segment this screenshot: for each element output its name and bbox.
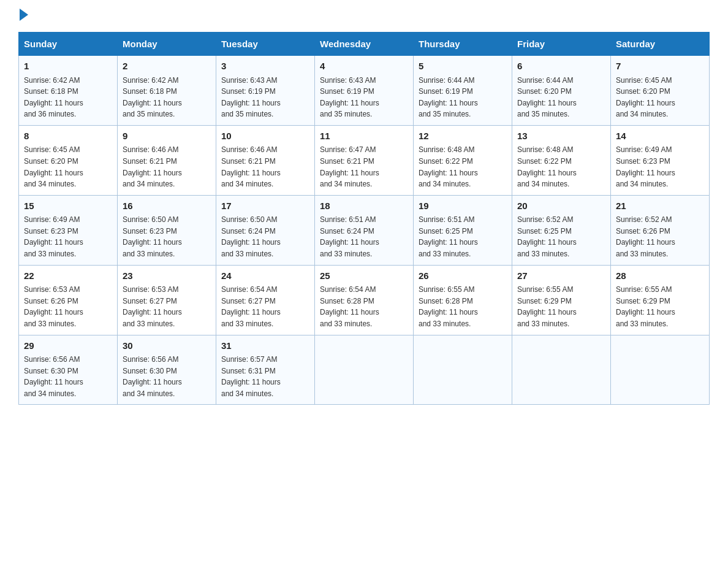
day-info: Sunrise: 6:49 AMSunset: 6:23 PMDaylight:… [616, 144, 704, 190]
calendar-cell: 16Sunrise: 6:50 AMSunset: 6:23 PMDayligh… [118, 195, 216, 265]
day-number: 14 [616, 129, 704, 144]
calendar-cell: 23Sunrise: 6:53 AMSunset: 6:27 PMDayligh… [118, 265, 216, 335]
day-info: Sunrise: 6:43 AMSunset: 6:19 PMDaylight:… [320, 75, 408, 120]
day-number: 13 [517, 129, 605, 144]
calendar-table: SundayMondayTuesdayWednesdayThursdayFrid… [18, 32, 710, 405]
calendar-cell: 14Sunrise: 6:49 AMSunset: 6:23 PMDayligh… [611, 125, 710, 195]
calendar-cell: 30Sunrise: 6:56 AMSunset: 6:30 PMDayligh… [118, 335, 216, 405]
weekday-header-monday: Monday [118, 33, 216, 56]
day-number: 20 [517, 199, 605, 213]
day-number: 7 [616, 59, 704, 74]
calendar-cell: 7Sunrise: 6:45 AMSunset: 6:20 PMDaylight… [611, 56, 710, 126]
day-number: 10 [221, 129, 309, 144]
day-info: Sunrise: 6:50 AMSunset: 6:24 PMDaylight:… [221, 214, 309, 259]
day-number: 9 [123, 129, 211, 144]
day-number: 30 [123, 339, 211, 353]
day-number: 12 [419, 129, 507, 144]
calendar-cell: 11Sunrise: 6:47 AMSunset: 6:21 PMDayligh… [315, 125, 414, 195]
day-info: Sunrise: 6:54 AMSunset: 6:27 PMDaylight:… [221, 284, 309, 329]
day-info: Sunrise: 6:53 AMSunset: 6:27 PMDaylight:… [123, 284, 211, 329]
day-number: 11 [320, 129, 408, 144]
day-info: Sunrise: 6:55 AMSunset: 6:29 PMDaylight:… [517, 284, 605, 329]
calendar-cell [512, 335, 611, 405]
calendar-cell: 19Sunrise: 6:51 AMSunset: 6:25 PMDayligh… [414, 195, 512, 265]
calendar-cell: 12Sunrise: 6:48 AMSunset: 6:22 PMDayligh… [414, 125, 512, 195]
calendar-cell: 22Sunrise: 6:53 AMSunset: 6:26 PMDayligh… [19, 265, 118, 335]
day-info: Sunrise: 6:44 AMSunset: 6:20 PMDaylight:… [517, 75, 605, 120]
calendar-week-row: 22Sunrise: 6:53 AMSunset: 6:26 PMDayligh… [19, 265, 710, 335]
calendar-cell: 1Sunrise: 6:42 AMSunset: 6:18 PMDaylight… [19, 56, 118, 126]
day-info: Sunrise: 6:55 AMSunset: 6:28 PMDaylight:… [419, 284, 507, 329]
calendar-week-row: 29Sunrise: 6:56 AMSunset: 6:30 PMDayligh… [19, 335, 710, 405]
day-info: Sunrise: 6:53 AMSunset: 6:26 PMDaylight:… [24, 284, 112, 329]
day-info: Sunrise: 6:42 AMSunset: 6:18 PMDaylight:… [123, 75, 211, 120]
weekday-header-thursday: Thursday [414, 33, 512, 56]
calendar-header-row: SundayMondayTuesdayWednesdayThursdayFrid… [19, 33, 710, 56]
calendar-cell [414, 335, 512, 405]
day-info: Sunrise: 6:43 AMSunset: 6:19 PMDaylight:… [221, 75, 309, 120]
weekday-header-wednesday: Wednesday [315, 33, 414, 56]
day-info: Sunrise: 6:52 AMSunset: 6:25 PMDaylight:… [517, 214, 605, 259]
calendar-cell: 24Sunrise: 6:54 AMSunset: 6:27 PMDayligh… [216, 265, 315, 335]
calendar-cell: 18Sunrise: 6:51 AMSunset: 6:24 PMDayligh… [315, 195, 414, 265]
day-number: 5 [419, 59, 507, 74]
calendar-cell: 21Sunrise: 6:52 AMSunset: 6:26 PMDayligh… [611, 195, 710, 265]
logo [18, 12, 28, 21]
calendar-cell: 10Sunrise: 6:46 AMSunset: 6:21 PMDayligh… [216, 125, 315, 195]
day-info: Sunrise: 6:55 AMSunset: 6:29 PMDaylight:… [616, 284, 704, 329]
calendar-cell: 25Sunrise: 6:54 AMSunset: 6:28 PMDayligh… [315, 265, 414, 335]
weekday-header-tuesday: Tuesday [216, 33, 315, 56]
calendar-cell: 20Sunrise: 6:52 AMSunset: 6:25 PMDayligh… [512, 195, 611, 265]
calendar-cell: 5Sunrise: 6:44 AMSunset: 6:19 PMDaylight… [414, 56, 512, 126]
calendar-cell: 3Sunrise: 6:43 AMSunset: 6:19 PMDaylight… [216, 56, 315, 126]
day-info: Sunrise: 6:49 AMSunset: 6:23 PMDaylight:… [24, 214, 112, 259]
day-info: Sunrise: 6:52 AMSunset: 6:26 PMDaylight:… [616, 214, 704, 259]
weekday-header-friday: Friday [512, 33, 611, 56]
weekday-header-sunday: Sunday [19, 33, 118, 56]
day-number: 31 [221, 339, 309, 353]
day-info: Sunrise: 6:54 AMSunset: 6:28 PMDaylight:… [320, 284, 408, 329]
calendar-cell [611, 335, 710, 405]
day-info: Sunrise: 6:46 AMSunset: 6:21 PMDaylight:… [221, 144, 309, 190]
day-number: 28 [616, 269, 704, 283]
calendar-cell: 6Sunrise: 6:44 AMSunset: 6:20 PMDaylight… [512, 56, 611, 126]
calendar-cell: 31Sunrise: 6:57 AMSunset: 6:31 PMDayligh… [216, 335, 315, 405]
day-number: 22 [24, 269, 112, 283]
day-info: Sunrise: 6:45 AMSunset: 6:20 PMDaylight:… [616, 75, 704, 120]
day-info: Sunrise: 6:51 AMSunset: 6:25 PMDaylight:… [419, 214, 507, 259]
calendar-cell: 28Sunrise: 6:55 AMSunset: 6:29 PMDayligh… [611, 265, 710, 335]
day-number: 17 [221, 199, 309, 213]
calendar-cell: 8Sunrise: 6:45 AMSunset: 6:20 PMDaylight… [19, 125, 118, 195]
day-number: 8 [24, 129, 112, 144]
calendar-cell: 26Sunrise: 6:55 AMSunset: 6:28 PMDayligh… [414, 265, 512, 335]
calendar-cell: 15Sunrise: 6:49 AMSunset: 6:23 PMDayligh… [19, 195, 118, 265]
day-info: Sunrise: 6:45 AMSunset: 6:20 PMDaylight:… [24, 144, 112, 190]
day-number: 25 [320, 269, 408, 283]
day-info: Sunrise: 6:57 AMSunset: 6:31 PMDaylight:… [221, 354, 309, 399]
day-info: Sunrise: 6:56 AMSunset: 6:30 PMDaylight:… [123, 354, 211, 399]
day-number: 6 [517, 59, 605, 74]
day-number: 1 [24, 59, 112, 74]
day-number: 4 [320, 59, 408, 74]
day-number: 24 [221, 269, 309, 283]
day-number: 21 [616, 199, 704, 213]
day-number: 23 [123, 269, 211, 283]
day-number: 27 [517, 269, 605, 283]
calendar-cell: 2Sunrise: 6:42 AMSunset: 6:18 PMDaylight… [118, 56, 216, 126]
day-number: 15 [24, 199, 112, 213]
day-info: Sunrise: 6:51 AMSunset: 6:24 PMDaylight:… [320, 214, 408, 259]
day-number: 2 [123, 59, 211, 74]
day-info: Sunrise: 6:46 AMSunset: 6:21 PMDaylight:… [123, 144, 211, 190]
calendar-cell: 27Sunrise: 6:55 AMSunset: 6:29 PMDayligh… [512, 265, 611, 335]
calendar-cell [315, 335, 414, 405]
calendar-cell: 29Sunrise: 6:56 AMSunset: 6:30 PMDayligh… [19, 335, 118, 405]
day-number: 16 [123, 199, 211, 213]
calendar-cell: 17Sunrise: 6:50 AMSunset: 6:24 PMDayligh… [216, 195, 315, 265]
day-number: 26 [419, 269, 507, 283]
day-info: Sunrise: 6:47 AMSunset: 6:21 PMDaylight:… [320, 144, 408, 190]
day-number: 18 [320, 199, 408, 213]
day-info: Sunrise: 6:42 AMSunset: 6:18 PMDaylight:… [24, 75, 112, 120]
calendar-week-row: 15Sunrise: 6:49 AMSunset: 6:23 PMDayligh… [19, 195, 710, 265]
header [18, 12, 710, 21]
logo-arrow-icon [20, 9, 28, 21]
